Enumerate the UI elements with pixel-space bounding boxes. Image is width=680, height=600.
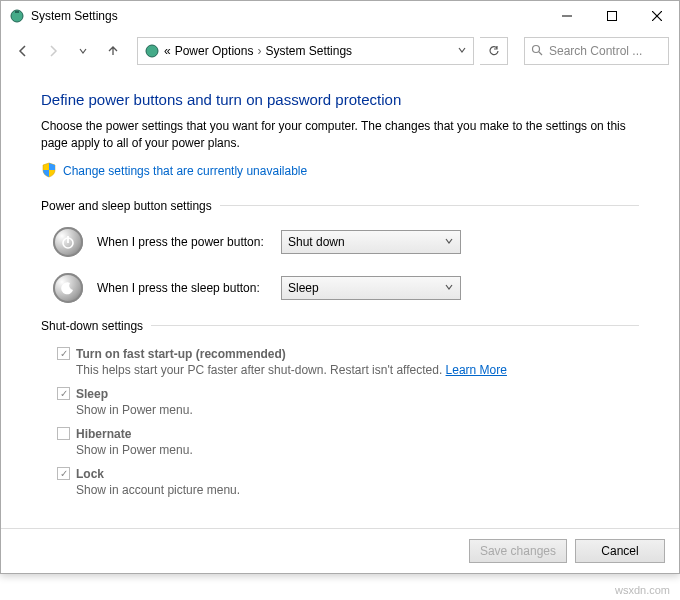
intro-text: Choose the power settings that you want … — [41, 118, 639, 152]
svg-rect-1 — [15, 11, 19, 13]
power-icon — [53, 227, 83, 257]
footer: Save changes Cancel — [1, 528, 679, 573]
sleep-button-value: Sleep — [288, 281, 319, 295]
sleep-checkbox — [57, 387, 70, 400]
svg-point-6 — [146, 45, 158, 57]
breadcrumb[interactable]: « Power Options › System Settings — [137, 37, 474, 65]
titlebar: System Settings — [1, 1, 679, 31]
power-button-select[interactable]: Shut down — [281, 230, 461, 254]
back-button[interactable] — [11, 39, 35, 63]
chevron-down-icon — [444, 281, 454, 295]
lock-label: Lock — [76, 467, 104, 481]
lock-checkbox — [57, 467, 70, 480]
change-settings-link[interactable]: Change settings that are currently unava… — [63, 164, 307, 178]
hibernate-label: Hibernate — [76, 427, 131, 441]
fast-startup-label: Turn on fast start-up (recommended) — [76, 347, 286, 361]
sleep-button-label: When I press the sleep button: — [97, 281, 267, 295]
maximize-button[interactable] — [589, 1, 634, 31]
search-placeholder: Search Control ... — [549, 44, 642, 58]
forward-button[interactable] — [41, 39, 65, 63]
hibernate-checkbox — [57, 427, 70, 440]
cancel-button[interactable]: Cancel — [575, 539, 665, 563]
save-button[interactable]: Save changes — [469, 539, 567, 563]
window-title: System Settings — [31, 9, 544, 23]
search-icon — [531, 44, 543, 59]
sleep-button-select[interactable]: Sleep — [281, 276, 461, 300]
fast-startup-desc: This helps start your PC faster after sh… — [57, 363, 639, 377]
app-icon — [9, 8, 25, 24]
breadcrumb-icon — [144, 43, 160, 59]
chevron-down-icon — [444, 235, 454, 249]
breadcrumb-sep: « — [164, 44, 171, 58]
up-button[interactable] — [101, 39, 125, 63]
minimize-button[interactable] — [544, 1, 589, 31]
section-shutdown: Shut-down settings — [41, 319, 151, 333]
recent-dropdown[interactable] — [71, 39, 95, 63]
lock-desc: Show in account picture menu. — [57, 483, 639, 497]
svg-point-7 — [533, 45, 540, 52]
hibernate-desc: Show in Power menu. — [57, 443, 639, 457]
section-power-sleep: Power and sleep button settings — [41, 199, 220, 213]
sleep-option-label: Sleep — [76, 387, 108, 401]
sleep-option-desc: Show in Power menu. — [57, 403, 639, 417]
breadcrumb-item-power-options[interactable]: Power Options — [175, 44, 254, 58]
power-button-value: Shut down — [288, 235, 345, 249]
watermark: wsxdn.com — [615, 584, 670, 596]
breadcrumb-item-system-settings[interactable]: System Settings — [265, 44, 352, 58]
learn-more-link[interactable]: Learn More — [446, 363, 507, 377]
breadcrumb-dropdown[interactable] — [457, 44, 467, 58]
svg-line-8 — [539, 52, 542, 55]
refresh-button[interactable] — [480, 37, 508, 65]
search-input[interactable]: Search Control ... — [524, 37, 669, 65]
close-button[interactable] — [634, 1, 679, 31]
power-button-label: When I press the power button: — [97, 235, 267, 249]
navbar: « Power Options › System Settings Search… — [1, 31, 679, 71]
page-title: Define power buttons and turn on passwor… — [41, 91, 639, 108]
svg-rect-3 — [607, 12, 616, 21]
content-area: Define power buttons and turn on passwor… — [1, 71, 679, 528]
shield-icon — [41, 162, 57, 181]
breadcrumb-sep: › — [257, 44, 261, 58]
fast-startup-checkbox — [57, 347, 70, 360]
sleep-icon — [53, 273, 83, 303]
